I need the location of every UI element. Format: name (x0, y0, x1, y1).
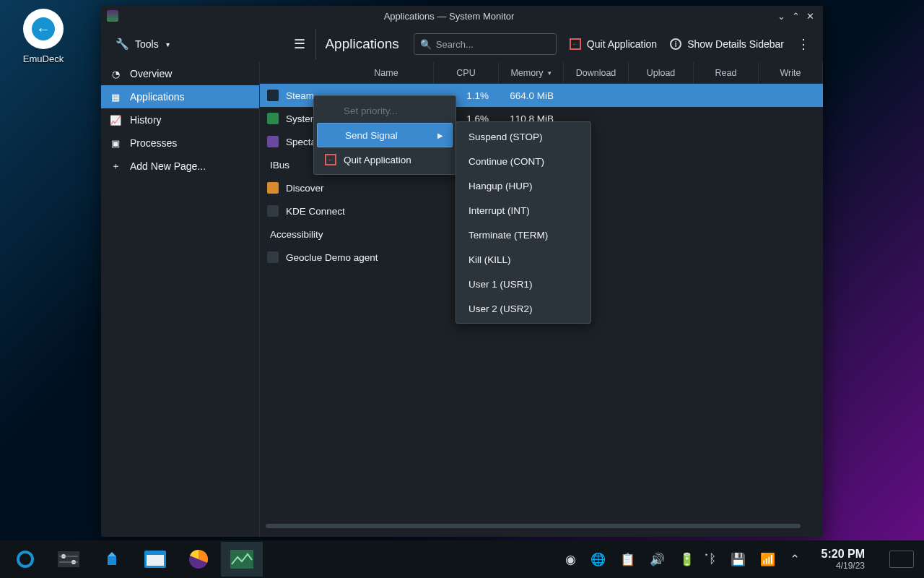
col-memory[interactable]: Memory▾ (499, 62, 564, 83)
app-row-name: KDE Connect (286, 206, 345, 217)
emudeck-icon: ← (23, 9, 64, 49)
taskbar-clock[interactable]: 5:20 PM 4/19/23 (821, 548, 865, 571)
sort-desc-icon: ▾ (548, 69, 552, 77)
sidebar-icon: ▣ (110, 138, 121, 149)
submenu-item[interactable]: Kill (KILL) (458, 247, 588, 272)
info-icon: i (670, 38, 681, 50)
context-menu: Set priority...Send Signal▶←Quit Applica… (313, 95, 456, 175)
quit-icon: ← (325, 154, 336, 165)
close-button[interactable]: ✕ (803, 11, 817, 22)
show-details-sidebar-button[interactable]: i Show Details Sidebar (670, 38, 784, 50)
system-tray: ◉ 🌐 📋 🔊 🔋 ⃰ᛒ 💾 📶 ⌃ 5:20 PM 4/19/23 (565, 548, 920, 571)
submenu-item[interactable]: Interrupt (INT) (458, 198, 588, 223)
col-name[interactable]: Name (260, 62, 434, 83)
svg-point-0 (18, 552, 32, 566)
minimize-button[interactable]: ⌄ (774, 11, 788, 22)
col-write[interactable]: Write (759, 62, 823, 83)
tools-menu-button[interactable]: 🔧 Tools ▾ (111, 35, 174, 53)
toolbar: 🔧 Tools ▾ ☰ Applications 🔍 Search... ← Q… (101, 26, 823, 62)
app-row-icon (267, 113, 279, 124)
sidebar-item-processes[interactable]: ▣Processes (101, 131, 259, 155)
sidebar-item-label: Applications (130, 91, 185, 103)
context-menu-item[interactable]: ←Quit Application (316, 147, 453, 172)
col-upload[interactable]: Upload (629, 62, 694, 83)
tray-network-icon[interactable]: 📶 (760, 552, 775, 567)
taskbar: ◉ 🌐 📋 🔊 🔋 ⃰ᛒ 💾 📶 ⌃ 5:20 PM 4/19/23 (0, 540, 924, 578)
sidebar-item-label: Add New Page... (130, 160, 206, 172)
tray-clipboard-icon[interactable]: 📋 (620, 552, 635, 567)
sidebar-item-label: Processes (130, 137, 177, 149)
col-read[interactable]: Read (694, 62, 759, 83)
taskbar-firefox[interactable] (178, 542, 219, 577)
context-menu-item: Set priority... (316, 98, 453, 123)
submenu-item[interactable]: User 1 (USR1) (458, 272, 588, 296)
app-row-name: Geoclue Demo agent (286, 252, 378, 263)
submenu-item[interactable]: Continue (CONT) (458, 149, 588, 173)
col-download[interactable]: Download (564, 62, 629, 83)
submenu-item[interactable]: User 2 (USR2) (458, 296, 588, 321)
hamburger-button[interactable]: ☰ (287, 33, 313, 55)
wrench-icon: 🔧 (116, 38, 129, 51)
sidebar-item-label: History (130, 114, 162, 126)
tray-bluetooth-icon[interactable]: ⃰ᛒ (709, 552, 716, 566)
taskbar-discover[interactable] (91, 542, 133, 577)
svg-rect-6 (108, 556, 116, 565)
app-row-name: Accessibility (270, 229, 323, 240)
horizontal-scrollbar[interactable] (266, 521, 817, 531)
context-menu-item[interactable]: Send Signal▶ (317, 123, 453, 147)
maximize-button[interactable]: ⌃ (788, 11, 803, 22)
submenu-item[interactable]: Suspend (STOP) (458, 124, 588, 149)
tray-disk-icon[interactable]: 💾 (731, 552, 746, 567)
tray-expand-icon[interactable]: ⌃ (790, 552, 800, 567)
app-launcher[interactable] (4, 542, 46, 577)
app-row-memory: 664.0 MiB (499, 90, 564, 101)
app-row-icon (267, 182, 279, 194)
sidebar-icon: ▦ (110, 92, 121, 103)
svg-rect-1 (58, 551, 79, 567)
col-cpu[interactable]: CPU (434, 62, 499, 83)
app-icon (107, 10, 118, 22)
window-title: Applications — System Monitor (124, 11, 774, 22)
sidebar-icon: 📈 (110, 115, 121, 126)
tray-battery-icon[interactable]: 🔋 (679, 552, 694, 567)
desktop-icon-emudeck[interactable]: ← EmuDeck (14, 9, 72, 64)
sidebar-item-label: Overview (130, 68, 172, 79)
tray-steam-icon[interactable]: ◉ (565, 552, 576, 567)
titlebar[interactable]: Applications — System Monitor ⌄ ⌃ ✕ (101, 6, 823, 26)
sidebar-item-applications[interactable]: ▦Applications (101, 85, 259, 108)
svg-rect-10 (230, 550, 253, 569)
quit-application-button[interactable]: ← Quit Application (570, 38, 657, 50)
taskbar-files[interactable] (134, 542, 176, 577)
app-row-icon (267, 90, 279, 101)
sidebar-item-add-new-page-[interactable]: ＋Add New Page... (101, 155, 259, 178)
submenu-item[interactable]: Hangup (HUP) (458, 173, 588, 198)
overflow-menu-button[interactable]: ⋮ (794, 36, 813, 52)
chevron-right-icon: ▶ (437, 131, 443, 139)
app-row-icon (267, 136, 279, 147)
svg-rect-8 (147, 555, 164, 566)
submenu-item[interactable]: Terminate (TERM) (458, 223, 588, 247)
tray-update-icon[interactable]: 🌐 (590, 552, 606, 567)
app-row-icon (267, 251, 279, 263)
column-headers[interactable]: Name CPU Memory▾ Download Upload Read Wr… (260, 62, 823, 84)
sidebar-item-history[interactable]: 📈History (101, 108, 259, 131)
taskbar-system-monitor[interactable] (221, 542, 263, 577)
app-row-icon (267, 205, 279, 217)
toolbar-divider (315, 29, 316, 59)
app-row-name: IBus (270, 160, 289, 171)
sidebar-item-overview[interactable]: ◔Overview (101, 62, 259, 85)
send-signal-submenu: Suspend (STOP)Continue (CONT)Hangup (HUP… (456, 121, 591, 324)
show-desktop-button[interactable] (889, 551, 914, 568)
tray-volume-icon[interactable]: 🔊 (650, 552, 665, 567)
taskbar-settings[interactable] (48, 542, 90, 577)
sidebar: ◔Overview▦Applications📈History▣Processes… (101, 62, 260, 537)
chevron-down-icon: ▾ (166, 40, 170, 48)
search-input[interactable]: 🔍 Search... (414, 33, 557, 55)
desktop-icon-label: EmuDeck (14, 53, 72, 64)
page-title: Applications (325, 36, 398, 52)
quit-icon: ← (570, 38, 581, 50)
sidebar-icon: ＋ (110, 160, 121, 173)
app-row-name: Discover (286, 183, 324, 194)
search-icon: 🔍 (420, 39, 432, 50)
sidebar-icon: ◔ (110, 69, 121, 79)
